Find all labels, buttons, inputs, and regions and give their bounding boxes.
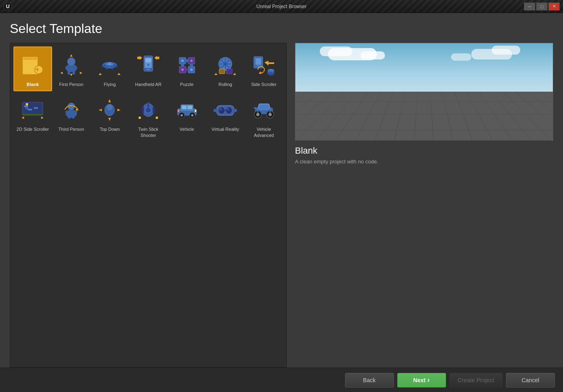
svg-rect-18 xyxy=(146,69,150,70)
svg-point-85 xyxy=(227,108,229,111)
svg-rect-19 xyxy=(145,58,151,62)
2d-side-scroller-label: 2D Side Scroller xyxy=(17,126,49,132)
svg-rect-47 xyxy=(22,102,43,115)
svg-point-30 xyxy=(190,59,193,62)
svg-rect-100 xyxy=(254,107,256,109)
first-person-icon xyxy=(57,51,86,80)
svg-point-84 xyxy=(220,108,222,111)
svg-rect-11 xyxy=(65,67,68,68)
template-item-twin-stick-shooter[interactable]: Twin Stick Shooter xyxy=(129,91,168,142)
preview-description: A clean empty project with no code. xyxy=(295,159,553,165)
svg-rect-80 xyxy=(178,110,179,112)
svg-point-77 xyxy=(180,114,183,117)
titlebar-left: U xyxy=(3,2,15,11)
svg-rect-57 xyxy=(65,111,68,112)
template-item-handheld-ar[interactable]: Handheld AR xyxy=(129,46,168,91)
rolling-icon xyxy=(211,51,240,80)
template-item-2d-side-scroller[interactable]: 2D Side Scroller xyxy=(13,91,52,142)
preview-image xyxy=(295,43,553,141)
svg-rect-55 xyxy=(68,113,70,119)
preview-sky xyxy=(295,43,553,97)
third-person-icon xyxy=(57,95,86,125)
template-item-vehicle[interactable]: Vehicle xyxy=(167,91,206,142)
svg-point-32 xyxy=(190,68,193,71)
vehicle-icon xyxy=(172,95,202,125)
svg-rect-74 xyxy=(187,106,192,109)
svg-rect-9 xyxy=(68,69,70,75)
svg-point-20 xyxy=(147,63,150,66)
svg-rect-40 xyxy=(227,69,232,74)
svg-point-27 xyxy=(181,64,184,67)
next-label: Next xyxy=(413,377,425,383)
cancel-button[interactable]: Cancel xyxy=(506,373,555,388)
svg-rect-88 xyxy=(224,110,227,111)
svg-point-83 xyxy=(226,107,232,114)
window-controls: ─ □ ✕ xyxy=(524,2,560,11)
back-button[interactable]: Back xyxy=(345,373,394,388)
handheld-ar-label: Handheld AR xyxy=(135,81,162,87)
content-area: Blank xyxy=(10,43,553,368)
next-button[interactable]: Next › xyxy=(397,373,446,388)
svg-rect-73 xyxy=(182,106,187,109)
template-item-puzzle[interactable]: Puzzle xyxy=(167,46,206,91)
vehicle-label: Vehicle xyxy=(180,126,194,132)
svg-rect-12 xyxy=(74,67,77,68)
window-title: Unreal Project Browser xyxy=(256,4,306,9)
vehicle-advanced-label: Vehicle Advanced xyxy=(247,126,281,138)
template-item-top-down[interactable]: Top Down xyxy=(90,91,129,142)
first-person-label: First Person xyxy=(59,81,83,87)
titlebar: U Unreal Project Browser ─ □ ✕ xyxy=(0,0,563,13)
2d-side-scroller-icon xyxy=(18,95,47,125)
close-button[interactable]: ✕ xyxy=(548,2,560,11)
template-item-virtual-reality[interactable]: Virtual Reality xyxy=(206,91,245,142)
svg-point-46 xyxy=(268,72,274,75)
template-grid: Blank xyxy=(10,43,286,145)
vehicle-advanced-icon xyxy=(249,95,279,125)
template-item-third-person[interactable]: Third Person xyxy=(52,91,91,142)
svg-rect-50 xyxy=(34,107,38,109)
handheld-ar-icon xyxy=(134,51,163,80)
puzzle-label: Puzzle xyxy=(180,81,194,87)
svg-point-8 xyxy=(67,57,75,66)
template-item-rolling[interactable]: Rolling xyxy=(206,46,245,91)
svg-rect-66 xyxy=(147,102,149,109)
side-scroller-icon xyxy=(249,51,279,80)
svg-rect-58 xyxy=(74,111,77,112)
svg-rect-68 xyxy=(153,106,155,114)
main-content: Select Template Blank xyxy=(0,13,563,368)
svg-rect-61 xyxy=(104,109,107,110)
template-item-vehicle-advanced[interactable]: Vehicle Advanced xyxy=(244,91,283,142)
template-item-first-person[interactable]: First Person xyxy=(52,46,91,91)
svg-point-15 xyxy=(108,63,111,65)
template-item-side-scroller[interactable]: Side Scroller xyxy=(244,46,283,91)
maximize-button[interactable]: □ xyxy=(536,2,548,11)
virtual-reality-icon xyxy=(211,95,240,125)
svg-rect-52 xyxy=(22,114,43,115)
top-down-icon xyxy=(95,95,124,125)
blank-label: Blank xyxy=(26,81,39,87)
minimize-button[interactable]: ─ xyxy=(524,2,535,11)
twin-stick-shooter-icon xyxy=(134,95,163,125)
template-item-blank[interactable]: Blank xyxy=(13,46,52,91)
twin-stick-shooter-label: Twin Stick Shooter xyxy=(132,126,165,138)
svg-rect-51 xyxy=(26,103,28,106)
virtual-reality-label: Virtual Reality xyxy=(211,126,239,132)
svg-rect-67 xyxy=(141,106,144,114)
preview-panel: Blank A clean empty project with no code… xyxy=(295,43,553,368)
svg-point-31 xyxy=(181,68,184,71)
svg-rect-87 xyxy=(232,109,237,112)
template-item-flying[interactable]: Flying xyxy=(90,46,129,91)
svg-rect-49 xyxy=(28,109,32,110)
side-scroller-label: Side Scroller xyxy=(251,81,277,87)
third-person-label: Third Person xyxy=(58,126,84,132)
bottom-bar: Back Next › Create Project Cancel xyxy=(0,368,563,392)
template-grid-container: Blank xyxy=(10,43,287,368)
svg-point-26 xyxy=(185,68,189,71)
svg-point-60 xyxy=(107,104,112,110)
flying-icon xyxy=(95,51,124,80)
create-project-button: Create Project xyxy=(449,373,503,388)
svg-point-43 xyxy=(257,64,260,67)
svg-rect-10 xyxy=(73,69,75,75)
preview-name: Blank xyxy=(295,145,553,156)
blank-icon xyxy=(18,51,47,80)
